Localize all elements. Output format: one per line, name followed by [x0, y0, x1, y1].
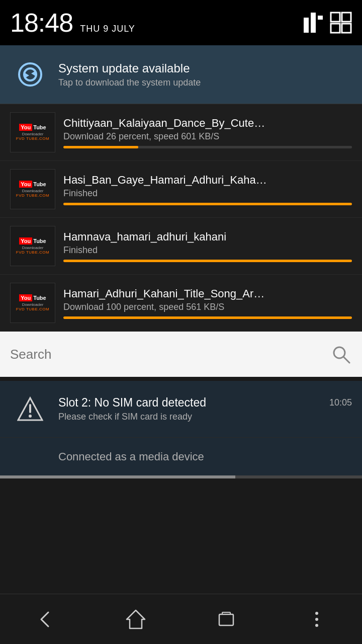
- yt-logo-top-1: You Tube: [19, 181, 46, 188]
- menu-button[interactable]: [277, 599, 357, 639]
- grid-icon: [330, 12, 352, 34]
- system-update-notification[interactable]: System update available Tap to download …: [0, 45, 362, 104]
- home-icon: [125, 608, 147, 630]
- download-title-2: Hamnava_hamari_adhuri_kahani: [63, 230, 350, 244]
- back-button[interactable]: [5, 599, 85, 639]
- download-status-2: Finished: [63, 245, 352, 256]
- download-status-0: Download 26 percent, speed 601 KB/S: [63, 131, 352, 142]
- warning-icon: [10, 389, 50, 429]
- yt-logo-top-2: You Tube: [19, 237, 46, 245]
- recents-button[interactable]: [186, 599, 266, 639]
- download-content-0: Chittiyaan_Kalaiyaan_Dance_By_Cute… Down…: [63, 117, 352, 148]
- svg-rect-3: [331, 13, 340, 22]
- svg-rect-17: [222, 612, 230, 614]
- svg-rect-5: [331, 24, 340, 33]
- svg-point-14: [29, 415, 32, 418]
- download-notification-2[interactable]: You Tube Downloader FVD TUBE.COM Hamnava…: [0, 218, 362, 275]
- progress-fill-3: [63, 316, 352, 319]
- svg-point-18: [315, 612, 318, 615]
- yt-logo-top-3: You Tube: [19, 294, 46, 301]
- sim-subtitle: Please check if SIM card is ready: [58, 412, 352, 422]
- svg-point-19: [315, 618, 318, 621]
- download-status-3: Download 100 percent, speed 561 KB/S: [63, 302, 352, 312]
- system-update-icon: [10, 54, 50, 95]
- status-icons: [304, 12, 352, 34]
- progress-fill-1: [63, 203, 352, 205]
- sim-title: Slot 2: No SIM card detected: [58, 396, 206, 410]
- system-update-text: System update available Tap to download …: [58, 61, 201, 88]
- yt-logo-2: You Tube Downloader FVD TUBE.COM: [10, 226, 55, 266]
- sim-row: Slot 2: No SIM card detected 10:05: [58, 396, 352, 410]
- back-icon: [34, 608, 56, 630]
- svg-rect-0: [304, 18, 309, 33]
- progress-bar-2: [63, 260, 352, 262]
- download-content-3: Hamari_Adhuri_Kahani_Title_Song_Ar… Down…: [63, 287, 352, 319]
- svg-point-20: [315, 624, 318, 627]
- search-input[interactable]: [10, 347, 330, 362]
- recents-icon: [215, 608, 237, 630]
- download-notification-3[interactable]: You Tube Downloader FVD TUBE.COM Hamari_…: [0, 275, 362, 332]
- sim-notification-content: Slot 2: No SIM card detected 10:05 Pleas…: [58, 396, 352, 422]
- svg-marker-15: [127, 610, 145, 628]
- search-icon: [330, 343, 352, 365]
- progress-bar-3: [63, 316, 352, 319]
- search-bar[interactable]: [0, 332, 362, 377]
- status-date: THU 9 JULY: [80, 24, 135, 34]
- system-update-subtitle: Tap to download the system update: [58, 77, 201, 88]
- download-content-1: Hasi_Ban_Gaye_Hamari_Adhuri_Kaha… Finish…: [63, 174, 352, 205]
- download-content-2: Hamnava_hamari_adhuri_kahani Finished: [63, 230, 352, 262]
- svg-rect-4: [342, 13, 351, 22]
- sim-notification[interactable]: Slot 2: No SIM card detected 10:05 Pleas…: [0, 381, 362, 438]
- notifications-panel: System update available Tap to download …: [0, 45, 362, 332]
- yt-logo-1: You Tube Downloader FVD TUBE.COM: [10, 169, 55, 209]
- svg-rect-1: [311, 13, 316, 33]
- download-status-1: Finished: [63, 188, 352, 199]
- svg-line-11: [343, 357, 349, 363]
- download-title-0: Chittiyaan_Kalaiyaan_Dance_By_Cute…: [63, 117, 350, 130]
- nav-bar: [0, 594, 362, 644]
- yt-logo-0: You Tube Downloader FVD TUBE.COM: [10, 112, 55, 152]
- yt-logo-3: You Tube Downloader FVD TUBE.COM: [10, 283, 55, 323]
- svg-rect-16: [219, 614, 233, 625]
- progress-bar-0: [63, 146, 352, 148]
- home-button[interactable]: [96, 599, 176, 639]
- progress-bar-1: [63, 203, 352, 205]
- menu-icon: [306, 608, 328, 630]
- svg-marker-9: [24, 72, 29, 78]
- progress-fill-0: [63, 146, 138, 148]
- sim-time: 10:05: [329, 397, 352, 408]
- yt-logo-top-0: You Tube: [19, 124, 46, 131]
- status-bar: 18:48 THU 9 JULY: [0, 0, 362, 45]
- status-left: 18:48 THU 9 JULY: [10, 8, 135, 38]
- svg-point-7: [19, 63, 41, 86]
- svg-rect-2: [318, 16, 323, 20]
- download-title-1: Hasi_Ban_Gaye_Hamari_Adhuri_Kaha…: [63, 174, 350, 187]
- progress-fill-2: [63, 260, 352, 262]
- svg-rect-6: [342, 24, 351, 33]
- download-notification-1[interactable]: You Tube Downloader FVD TUBE.COM Hasi_Ba…: [0, 161, 362, 218]
- bottom-progress-fill: [0, 475, 235, 478]
- download-notification-0[interactable]: You Tube Downloader FVD TUBE.COM Chittiy…: [0, 104, 362, 161]
- status-time: 18:48: [10, 8, 73, 38]
- signal-icon: [304, 13, 324, 33]
- download-title-3: Hamari_Adhuri_Kahani_Title_Song_Ar…: [63, 287, 350, 300]
- system-update-title: System update available: [58, 61, 201, 75]
- bottom-progress-bar: [0, 475, 362, 478]
- connected-notification[interactable]: Connected as a media device: [0, 438, 362, 475]
- connected-text: Connected as a media device: [58, 450, 204, 463]
